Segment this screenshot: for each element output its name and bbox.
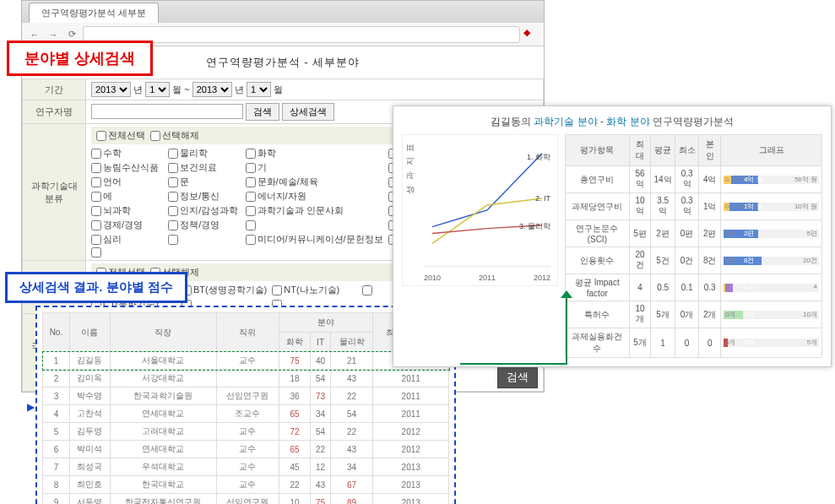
category-option[interactable]: 심리 [91, 233, 163, 246]
cell: 연세대학교 [110, 441, 216, 458]
researcher-input[interactable] [91, 104, 243, 119]
cell: 우석대학교 [110, 458, 216, 476]
month-to-select[interactable]: 1 [247, 82, 271, 97]
arrow-head-icon [561, 290, 572, 298]
category-option[interactable]: 에 [91, 190, 163, 203]
chart-ylabel: 성 과 지 표 [404, 142, 416, 194]
category-option[interactable]: 기 [246, 161, 383, 174]
category-option[interactable]: 문화/예술/체육 [246, 176, 383, 188]
metric-cell: 14억 [651, 166, 675, 193]
cell: 22 [279, 476, 311, 494]
cell: 18 [279, 370, 311, 387]
table-row[interactable]: 1김길동서울대학교교수7540212013 [43, 352, 449, 370]
cell: 연세대학교 [110, 405, 216, 423]
mcol-me: 본인 [699, 135, 721, 166]
category-option[interactable] [91, 247, 163, 257]
category-option[interactable]: 정책/경영 [168, 219, 240, 231]
unit-year-1: 년 [133, 84, 143, 95]
metric-cell: 총연구비 [566, 166, 630, 193]
category-option[interactable] [246, 219, 383, 231]
cell: 34 [311, 405, 331, 423]
category-option[interactable]: 뇌과학 [91, 204, 163, 217]
category-option[interactable]: 수학 [91, 147, 163, 160]
cell: 22 [311, 441, 331, 458]
metric-cell: 0.3억 [675, 166, 699, 193]
cell: 교수 [216, 476, 279, 494]
category-option[interactable]: 과학기술과 인문사회 [246, 204, 383, 217]
metric-row: 평균 Impact factor40.50.10.300.34 [566, 274, 822, 301]
category-option[interactable]: 문 [168, 176, 240, 188]
sixt-option[interactable]: NT(나노기술) [272, 284, 357, 296]
category-option[interactable]: 보건의료 [168, 161, 240, 174]
cell: 72 [279, 423, 311, 441]
table-row[interactable]: 3박수영한국과학기술원선임연구원3673222011 [43, 387, 449, 405]
mcol-item: 평가항목 [566, 135, 630, 166]
table-row[interactable]: 8최민호한국대학교교수2243672013 [43, 476, 449, 494]
cell: 89 [330, 494, 373, 505]
cell: 박수영 [69, 387, 110, 405]
advanced-search-button[interactable]: 상세검색 [282, 103, 334, 121]
metric-cell: 0 [699, 328, 721, 358]
table-row[interactable]: 2김미옥서강대학교1854432011 [43, 370, 449, 387]
cell: 김미옥 [69, 370, 110, 387]
bookmark-icon[interactable]: ◆ [523, 27, 539, 42]
year-from-select[interactable]: 2013 [91, 82, 131, 97]
cell: 21 [330, 352, 373, 370]
category-option[interactable]: 에너지/자원 [246, 190, 383, 203]
table-row[interactable]: 7최성국우석대학교교수4512342013 [43, 458, 449, 476]
metric-cell: 56억 [629, 166, 651, 193]
metric-cell: 0.3 [699, 274, 721, 301]
label-period: 기간 [23, 79, 86, 100]
category-option[interactable]: 화학 [246, 147, 383, 160]
month-from-select[interactable]: 1 [145, 82, 170, 97]
browser-tab[interactable]: 연구역량평가분석 세부분 [29, 3, 159, 23]
table-row[interactable]: 4고찬석연세대학교조교수6534542011 [43, 405, 449, 423]
cell: 한국대학교 [110, 476, 216, 494]
metric-row: 과제실용화건수5개1000개0개5개 [566, 328, 822, 358]
cell: 45 [279, 458, 311, 476]
metric-graph: 0건8건20건 [721, 247, 822, 274]
metric-graph: 0.3억 원1억 원10억 원 [721, 193, 822, 220]
reload-icon[interactable]: ⟳ [64, 27, 79, 42]
metric-cell: 0개 [675, 301, 699, 328]
table-row[interactable]: 6박미석연세대학교교수6522432012 [43, 441, 449, 458]
metric-cell: 과제실용화건수 [566, 328, 630, 358]
year-to-select[interactable]: 2013 [192, 82, 232, 97]
label-category: 과학기술대분류 [23, 124, 86, 261]
chart-xlabels: 2010 2011 2012 [424, 274, 550, 282]
cell: 고려대학교 [110, 423, 216, 441]
cell: 고찬석 [69, 405, 110, 423]
category-option[interactable]: 미디어/커뮤니케이션/문헌정보 [246, 233, 383, 246]
category-option[interactable]: 인지/감성과학 [168, 204, 240, 217]
metric-cell: 8건 [699, 247, 721, 274]
table-row[interactable]: 9서두영한국전자통신연구원선임연구원1075892013 [43, 494, 449, 505]
category-option[interactable]: 정보/통신 [168, 190, 240, 203]
mcol-max: 최대 [629, 135, 651, 166]
metric-row: 과제당연구비10억3.5억0.3억1억0.3억 원1억 원10억 원 [566, 193, 822, 220]
col-chem: 화학 [279, 333, 311, 352]
series-3-label: 3. 물리학 [519, 221, 550, 232]
sixt-option[interactable]: BT(생명공학기술) [182, 284, 267, 296]
chk-deselect[interactable]: 선택해제 [150, 129, 199, 142]
metric-cell: 10억 [629, 193, 651, 220]
back-icon[interactable]: ← [27, 27, 42, 42]
x-2: 2012 [534, 274, 550, 282]
search-button-2[interactable]: 검색 [497, 366, 538, 388]
category-option[interactable]: 농림수산식품 [91, 161, 163, 174]
category-option[interactable]: 물리학 [168, 147, 240, 160]
table-row[interactable]: 5김두영고려대학교교수7254222012 [43, 423, 449, 441]
category-option[interactable]: 경제/경영 [91, 219, 163, 231]
cell: 선임연구원 [216, 387, 279, 405]
chk-select-all[interactable]: 전체선택 [96, 129, 145, 142]
arrow-line [460, 363, 566, 365]
search-button[interactable]: 검색 [246, 103, 279, 121]
cell: 9 [43, 494, 70, 505]
cell: 2013 [373, 458, 449, 476]
highlight-results: 상세검색 결과. 분야별 점수 [5, 272, 187, 303]
highlight-field-search: 분야별 상세검색 [7, 41, 153, 76]
cell: 2012 [373, 441, 449, 458]
cell: 5 [43, 423, 70, 441]
category-option[interactable]: 언어 [91, 176, 163, 188]
category-option[interactable] [168, 233, 240, 246]
forward-icon[interactable]: → [46, 27, 61, 42]
